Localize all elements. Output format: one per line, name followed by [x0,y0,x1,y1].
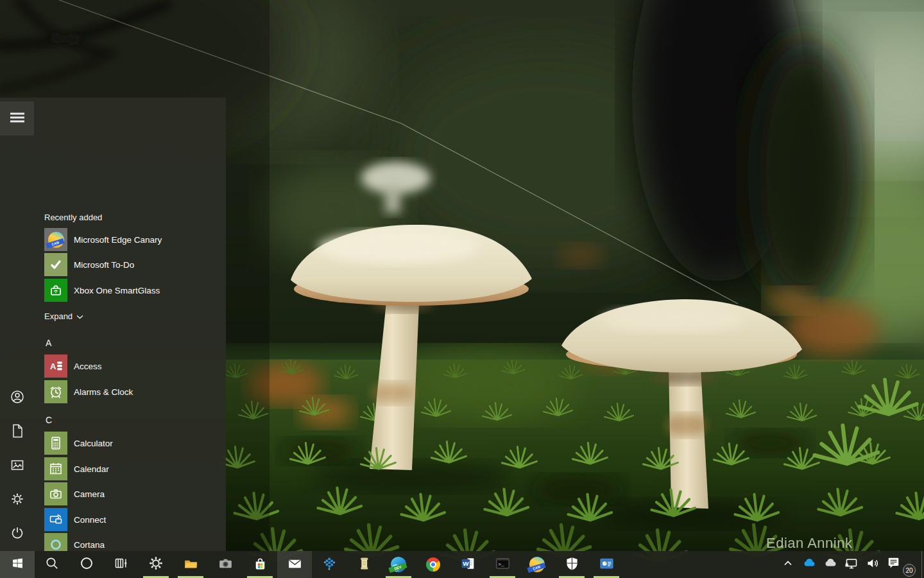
3d-builder-button[interactable] [312,551,346,578]
chrome-icon [426,557,440,572]
start-app-camera[interactable]: Camera [44,482,224,505]
recently-added-header: Recently added [44,211,102,223]
app-label: Camera [74,489,105,499]
expand-toggle[interactable]: Expand [44,310,83,322]
mail-envelope-icon [287,556,303,574]
access-icon: A [44,355,67,378]
folder-icon [183,556,199,574]
start-app-xbox-one-smartglass[interactable]: Xbox One SmartGlass [44,279,224,302]
cortana-circle-icon [79,556,94,574]
scroll-app-button[interactable] [346,551,381,578]
start-app-microsoft-to-do[interactable]: Microsoft To-Do [44,253,224,276]
xbox-smartglass-icon [44,279,67,302]
file-explorer-button[interactable] [173,551,208,578]
app-label: Calculator [74,439,113,448]
search-icon [44,556,60,574]
speaker-icon [865,556,880,574]
gear-icon [148,555,164,574]
chevron-down-icon [76,311,83,321]
start-menu-settings-button[interactable] [0,483,34,517]
hidden-icons-button[interactable] [777,551,798,578]
cortana-ring-icon [44,533,67,551]
document-icon [10,423,24,441]
start-menu-expand-button[interactable] [0,101,34,136]
start-menu-rail [0,98,34,551]
voxel-cube-icon [321,556,338,574]
start-app-cortana[interactable]: Cortana [44,533,224,551]
pictures-icon [10,457,25,475]
gear-icon [10,491,25,509]
edge-canary-icon: CAN [529,557,545,572]
svg-text:W: W [463,559,469,566]
network-display-icon [844,556,859,574]
store-bag-icon [252,556,268,574]
onedrive-tray-button[interactable] [798,551,819,578]
system-tray: 20 [777,551,921,578]
connect-cast-icon [44,508,67,531]
edge-dev-button[interactable]: DEV [381,551,416,578]
task-view-icon [114,556,129,574]
chrome-button[interactable] [416,551,450,578]
onedrive-cloud-icon [801,556,817,574]
photographer-credit: Edian Annink [766,535,852,552]
edge-dev-icon: DEV [391,557,406,572]
start-menu-pictures-button[interactable] [0,449,34,483]
svg-text:>_: >_ [498,561,504,567]
windows-security-button[interactable] [554,551,589,578]
section-letter-A[interactable]: A [46,337,51,349]
microsoft-store-button[interactable] [243,551,277,578]
camera-icon [218,556,234,574]
taskbar-camera-button[interactable] [208,551,243,578]
blue-window-chart-icon [599,556,615,574]
start-app-alarms-clock[interactable]: Alarms & Clock [44,380,224,403]
start-menu-user-button[interactable] [0,381,34,415]
taskbar-settings-button[interactable] [139,551,173,578]
section-letter-C[interactable]: C [46,414,52,426]
taskbar-search-button[interactable] [35,551,69,578]
cloud-sync-tray-button[interactable] [819,551,841,578]
app-label: Connect [74,515,106,525]
hamburger-icon [10,112,24,125]
todo-check-icon [44,253,67,276]
start-app-calendar[interactable]: Calendar [44,457,224,480]
start-app-connect[interactable]: Connect [44,508,224,531]
chevron-up-icon [781,556,795,573]
edge-canary-icon: CAN [44,228,67,251]
command-prompt-button[interactable]: >_ [485,551,520,578]
user-icon [10,389,25,407]
taskbar: DEV W >_ CAN [0,551,924,578]
volume-tray-button[interactable] [862,551,883,578]
calendar-icon [44,457,67,480]
camera-icon [44,482,67,505]
start-menu-power-button[interactable] [0,517,34,551]
app-label: Calendar [74,464,109,474]
show-desktop-button[interactable] [921,551,924,578]
word-button[interactable]: W [450,551,485,578]
desktop: Edian Annink [0,0,924,578]
start-menu-documents-button[interactable] [0,415,34,449]
app-label: Xbox One SmartGlass [74,286,160,295]
taskbar-cortana-button[interactable] [69,551,104,578]
mail-button[interactable] [277,551,312,578]
app-label: Alarms & Clock [74,387,133,397]
network-tray-button[interactable] [841,551,862,578]
start-app-microsoft-edge-canary[interactable]: CAN Microsoft Edge Canary [44,228,224,251]
windows-logo-icon [11,557,24,572]
app-label: Microsoft Edge Canary [74,235,162,245]
notification-count-badge: 20 [903,564,916,577]
action-center-button[interactable]: 20 [883,551,916,578]
app-label: Cortana [74,540,105,550]
svg-text:A: A [50,362,56,371]
notification-icon [887,556,901,572]
start-menu: Recently added CAN Microsoft Edge Canary… [0,98,226,551]
app-label: Access [74,362,102,371]
alarm-clock-icon [44,380,67,403]
start-app-access[interactable]: A Access [44,355,224,378]
task-view-button[interactable] [104,551,139,578]
presentation-app-button[interactable] [589,551,624,578]
start-app-calculator[interactable]: Calculator [44,432,224,455]
power-icon [10,525,25,543]
edge-canary-button[interactable]: CAN [520,551,554,578]
word-icon: W [460,556,476,574]
start-button[interactable] [0,551,35,578]
